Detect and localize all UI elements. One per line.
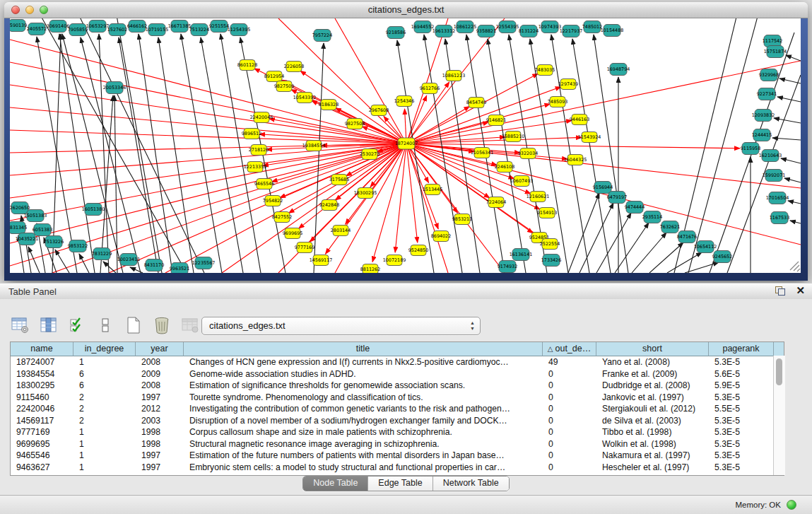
graph-node[interactable]: 18300295 <box>354 188 377 199</box>
graph-node[interactable]: 10654112 <box>694 241 717 253</box>
table-row[interactable]: 977716911998Corpus callosum shape and si… <box>11 426 784 438</box>
graph-node[interactable]: 2246108 <box>495 162 514 173</box>
graph-node[interactable]: 9896512 <box>242 129 261 139</box>
graph-node[interactable]: 9218586 <box>386 27 406 39</box>
graph-node[interactable]: 15992071 <box>763 170 786 182</box>
graph-node[interactable]: 9524850 <box>408 245 428 256</box>
float-panel-icon[interactable] <box>775 286 785 296</box>
tab-node-table[interactable]: Node Table <box>303 477 367 491</box>
graph-node[interactable]: 8431170 <box>144 259 164 271</box>
graph-node[interactable]: 9446163 <box>570 115 589 125</box>
graph-node[interactable]: 17016504 <box>766 192 789 204</box>
graph-node[interactable]: 2226058 <box>284 62 304 72</box>
window-titlebar[interactable]: citations_edges.txt <box>4 2 808 18</box>
graph-node[interactable]: 7513226 <box>44 236 64 248</box>
graph-node[interactable]: 16948794 <box>607 64 630 76</box>
graph-node[interactable]: 2718120 <box>249 145 269 156</box>
graph-node[interactable]: 11254395 <box>228 24 251 36</box>
graph-node[interactable]: 7905859 <box>68 24 88 36</box>
table-row[interactable]: 2242004622012Investigating the contribut… <box>11 403 784 415</box>
graph-node[interactable]: 10023411 <box>117 254 141 266</box>
column-header-name[interactable]: name <box>11 342 73 356</box>
graph-node[interactable]: 12554395 <box>496 21 519 33</box>
graph-node[interactable]: 20053346 <box>103 82 126 94</box>
graph-node[interactable]: 15751874 <box>764 46 787 58</box>
graph-node[interactable]: 8454749 <box>466 98 486 108</box>
graph-node[interactable]: 9251554 <box>209 21 229 33</box>
graph-node[interactable]: 12217937 <box>560 25 583 37</box>
table-row[interactable]: 946554611997Estimation of the future num… <box>11 450 784 462</box>
graph-node[interactable]: 12093832 <box>752 110 775 122</box>
graph-node[interactable]: 10861223 <box>442 71 466 81</box>
graph-node[interactable]: 8912954 <box>264 71 284 82</box>
graph-node[interactable]: 2803144 <box>331 226 351 236</box>
graph-node[interactable]: 14569117 <box>310 255 333 266</box>
scrollbar-thumb[interactable] <box>776 358 782 385</box>
graph-node[interactable]: 19384554 <box>302 141 326 151</box>
graph-node[interactable]: 2935114 <box>642 211 662 223</box>
graph-node[interactable]: 9831345 <box>10 222 27 234</box>
graph-node[interactable]: 7485093 <box>548 97 567 107</box>
tab-edge-table[interactable]: Edge Table <box>367 477 432 491</box>
row-height-icon[interactable] <box>95 315 116 336</box>
graph-node[interactable]: 7632621 <box>660 221 680 233</box>
graph-node[interactable]: 9963521 <box>170 263 189 274</box>
graph-node[interactable]: 3175685 <box>329 175 349 185</box>
graph-node[interactable]: 10719155 <box>146 24 169 36</box>
graph-node[interactable]: 1254346 <box>394 96 414 107</box>
graph-node[interactable]: 15051383 <box>24 210 47 222</box>
column-header-short[interactable]: short <box>596 342 709 356</box>
graph-node[interactable]: 9227341 <box>757 88 777 100</box>
graph-node[interactable]: 9174932 <box>498 261 517 273</box>
graph-node[interactable]: 9358821 <box>476 25 496 37</box>
table-row[interactable]: 1830029562008Estimation of significance … <box>11 380 784 392</box>
graph-node[interactable]: 10653297 <box>86 21 110 33</box>
graph-node[interactable]: 9699695 <box>283 228 302 239</box>
column-header-outde[interactable]: △out_de… <box>543 342 596 356</box>
graph-node[interactable]: 30691406 <box>47 21 70 33</box>
table-vertical-scrollbar[interactable] <box>773 356 785 475</box>
tab-network-table[interactable]: Network Table <box>433 477 509 491</box>
graph-node[interactable]: 9474444 <box>625 201 645 214</box>
graph-node[interactable]: 10435221 <box>16 233 39 245</box>
graph-node[interactable]: 9156944 <box>593 182 613 194</box>
table-row[interactable]: 1938455462009Genome-wide association stu… <box>11 368 784 380</box>
graph-node[interactable]: 16671385 <box>168 21 192 33</box>
graph-node[interactable]: 12160621 <box>526 192 550 202</box>
graph-node[interactable]: 8131224 <box>519 25 539 37</box>
graph-node[interactable]: 2522554 <box>540 239 560 250</box>
resize-grip[interactable] <box>790 262 800 271</box>
column-header-title[interactable]: title <box>184 342 543 356</box>
graph-node[interactable]: 16210643 <box>759 150 782 162</box>
graph-node[interactable]: 11543924 <box>578 132 601 143</box>
graph-node[interactable]: 1527602 <box>107 24 127 36</box>
graph-node[interactable]: 1167533 <box>770 212 789 224</box>
graph-node[interactable]: 7485012 <box>582 21 602 33</box>
graph-node[interactable]: 6466162 <box>127 21 147 33</box>
graph-node[interactable]: 9465546 <box>254 179 274 189</box>
column-header-indegree[interactable]: in_degree <box>73 342 136 356</box>
graph-node[interactable]: 9329968 <box>759 69 779 81</box>
graph-node[interactable]: 1244415 <box>752 129 772 141</box>
graph-node[interactable]: 16136141 <box>510 249 533 261</box>
graph-node[interactable]: 1513445 <box>423 185 442 195</box>
table-panel-header[interactable]: Table Panel ✕ <box>0 283 812 300</box>
graph-node[interactable]: 9242848 <box>319 200 339 211</box>
graph-node[interactable]: 1297439 <box>558 79 578 90</box>
graph-node[interactable]: 9827508 <box>345 119 365 129</box>
graph-node[interactable]: 18724007 <box>395 138 418 149</box>
select-rows-icon[interactable] <box>66 315 88 336</box>
table-row[interactable]: 1456911722003Disruption of a novel membe… <box>11 415 784 427</box>
graph-node[interactable]: 2530273 <box>360 149 379 160</box>
graph-node[interactable]: 7483035 <box>535 65 555 76</box>
graph-node[interactable]: 6051383 <box>33 224 52 236</box>
graph-node[interactable]: 9146821 <box>486 115 506 126</box>
new-table-icon[interactable] <box>123 315 144 336</box>
graph-node[interactable]: 9777169 <box>295 243 314 253</box>
table-row[interactable]: 946362711997Embryonic stem cells: a mode… <box>11 462 784 474</box>
graph-node[interactable]: 9115958 <box>741 143 760 155</box>
graph-node[interactable]: 12235567 <box>192 257 216 269</box>
graph-node[interactable]: 19613312 <box>433 25 456 37</box>
graph-node[interactable]: 8811262 <box>360 264 380 274</box>
table-row[interactable]: 969969511998Structural magnetic resonanc… <box>11 438 784 450</box>
